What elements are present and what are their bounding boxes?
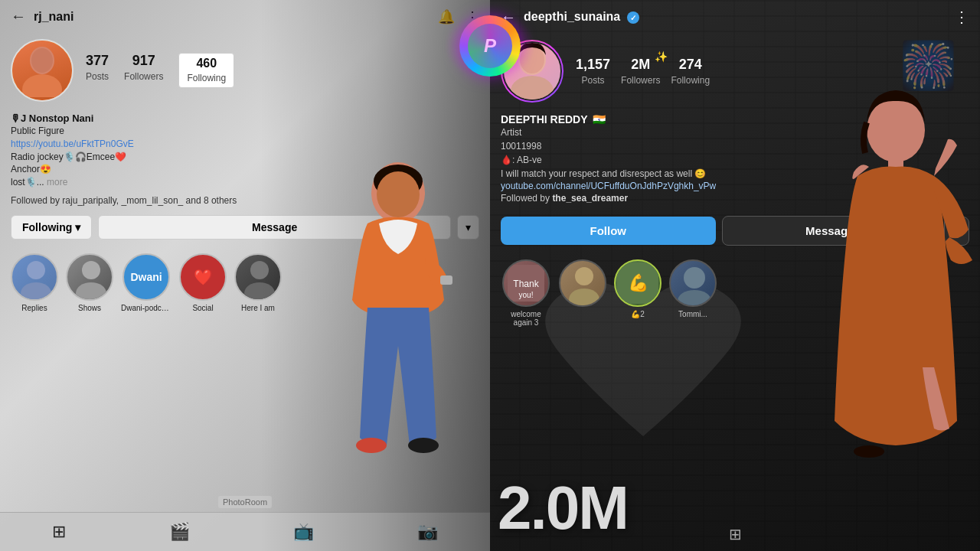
story-label-shows: Shows [78,304,101,312]
bio-more[interactable]: more [47,177,67,187]
following-label-right: Following [671,75,710,86]
svg-point-6 [76,282,106,301]
svg-point-1 [22,74,62,97]
bottom-nav-right: ⊞ [490,517,980,551]
story-label-welcome: welcome again 3 [501,310,551,327]
story-circle-tommi [669,259,717,307]
story-circle-social: ❤️ [179,253,227,301]
reels-nav-icon[interactable]: 🎬 [169,522,190,542]
back-arrow-left[interactable]: ← [11,8,26,25]
followers-count-right: 2M [621,57,660,73]
chevron-down-icon: ▾ [75,221,80,233]
story-circle-strength: 💪 [614,259,662,307]
story-item[interactable]: Replies [11,253,58,312]
left-panel: ← rj_nani 🔔 ⋮ 377 [0,0,490,551]
story-item-right[interactable]: 💪 💪2 [614,259,662,327]
svg-point-13 [408,438,439,453]
svg-point-27 [867,98,925,162]
story-item[interactable]: Dwani Dwani-podcasts [121,253,172,312]
story-item-right[interactable]: Thank you! welcome again 3 [501,259,551,327]
story-label-dwani: Dwani-podcasts [121,304,172,312]
avatar-left [11,39,74,102]
username-right: deepthi_sunaina [524,10,954,24]
story-circle-dwani: Dwani [122,253,170,301]
story-item[interactable]: Shows [66,253,113,312]
flag-icon: 🇮🇳 [593,113,606,126]
verified-badge [627,11,639,24]
posts-count-right: 1,157 [576,57,610,73]
svg-point-26 [678,290,711,307]
svg-point-11 [377,171,420,217]
svg-text:you!: you! [519,291,534,299]
woman-figure [750,77,980,551]
svg-text:Thank: Thank [513,279,539,289]
right-header: ← deepthi_sunaina ⋮ [490,0,980,34]
avatar-image-left [12,41,72,100]
posts-label-right: Posts [582,75,605,86]
svg-point-29 [854,445,884,458]
following-button[interactable]: Following ▾ [11,215,92,240]
svg-point-25 [684,267,705,289]
followers-stat-right: 2M Followers [621,57,660,86]
following-stat-left: 460 Following [178,53,234,88]
grid-nav-icon[interactable]: ⊞ [52,522,66,542]
svg-point-21 [575,267,593,285]
svg-rect-14 [440,276,452,285]
svg-point-4 [21,282,51,301]
posts-count-left: 377 [86,53,109,69]
more-options-icon-right[interactable]: ⋮ [954,8,969,26]
right-panel: 🎆 ← deepthi_sunaina ⋮ [490,0,980,551]
story-circle-shows [66,253,113,301]
posts-stat-left: 377 Posts [86,53,109,88]
svg-point-22 [569,289,599,307]
following-stat-right: 274 Following [671,57,710,86]
story-circle-2 [559,259,606,307]
followers-label-left: Followers [124,71,163,82]
story-circle-replies [11,253,58,301]
followers-label-right: Followers [621,75,660,86]
svg-text:💪: 💪 [628,272,649,293]
story-item-right[interactable] [559,259,606,327]
picsart-logo: P [452,8,528,84]
story-label-social: Social [192,304,213,312]
followers-count-left: 917 [124,53,163,69]
follow-button[interactable]: Follow [501,217,716,245]
svg-point-5 [82,261,100,279]
story-label-tommi: Tommi... [678,310,707,318]
man-figure [299,147,490,514]
story-label-strength: 💪2 [631,310,645,318]
svg-point-3 [27,261,45,279]
story-circle-welcome: Thank you! [502,259,550,307]
posts-label-left: Posts [86,71,109,82]
following-count-left: 460 [187,57,226,70]
followers-stat-left: 917 Followers [124,53,163,88]
following-label-left: Following [187,73,226,83]
grid-icon-right[interactable]: ⊞ [729,525,742,543]
story-label-replies: Replies [21,304,47,312]
story-item-right[interactable]: Tommi... [669,259,717,327]
following-count-right: 274 [671,57,710,73]
svg-point-2 [31,48,53,73]
posts-stat-right: 1,157 Posts [576,57,610,86]
svg-point-12 [356,438,387,453]
story-item[interactable]: ❤️ Social [179,253,227,312]
